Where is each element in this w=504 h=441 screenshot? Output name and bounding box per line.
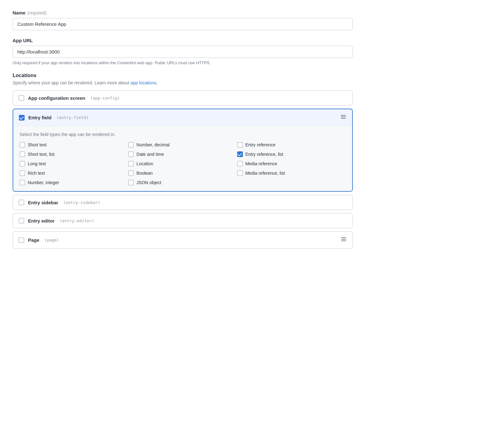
field-type-number-integer[interactable]: Number, integer xyxy=(20,180,128,185)
field-type-number-decimal[interactable]: Number, decimal xyxy=(128,142,237,148)
checkbox-entry-field[interactable] xyxy=(19,115,25,121)
locations-title: Locations xyxy=(13,73,353,78)
checkbox-media-reference-list[interactable] xyxy=(237,170,243,176)
location-item-entry-sidebar: Entry sidebar (entry-sidebar) xyxy=(13,195,353,210)
location-item-app-config: App configuration screen (app-config) xyxy=(13,90,353,105)
name-required: (required) xyxy=(27,10,47,15)
field-types-col2: Number, decimal Date and time Location B… xyxy=(128,142,237,185)
location-item-page: Page (page) xyxy=(13,231,353,249)
location-header-page: Page (page) xyxy=(13,232,352,248)
field-type-media-reference[interactable]: Media reference xyxy=(237,161,346,167)
app-url-label: App URL xyxy=(13,38,353,43)
field-type-long-text[interactable]: Long text xyxy=(20,161,128,167)
location-header-app-config: App configuration screen (app-config) xyxy=(13,91,352,105)
field-type-location[interactable]: Location xyxy=(128,161,237,167)
field-types-description: Select the field types the app can be re… xyxy=(20,132,346,137)
name-label-text: Name xyxy=(13,10,26,15)
checkbox-short-text-list[interactable] xyxy=(20,151,25,157)
field-type-short-text[interactable]: Short text xyxy=(20,142,128,148)
location-item-entry-field: Entry field (entry-field) Select the fie… xyxy=(13,109,353,192)
page-list-icon[interactable] xyxy=(341,236,347,244)
name-input[interactable] xyxy=(13,18,353,30)
field-type-boolean[interactable]: Boolean xyxy=(128,170,237,176)
entry-field-list-icon[interactable] xyxy=(340,114,346,122)
field-types-grid: Short text Short text, list Long text Ri… xyxy=(20,142,346,185)
field-types-col3: Entry reference Entry reference, list Me… xyxy=(237,142,346,185)
field-type-entry-reference[interactable]: Entry reference xyxy=(237,142,346,148)
field-type-json-object[interactable]: JSON object xyxy=(128,180,237,185)
location-item-entry-editor: Entry editor (entry-editor) xyxy=(13,213,353,228)
checkbox-location[interactable] xyxy=(128,161,134,167)
name-field-group: Name (required) xyxy=(13,10,353,30)
checkbox-short-text[interactable] xyxy=(20,142,25,148)
checkbox-long-text[interactable] xyxy=(20,161,25,167)
checkbox-entry-sidebar[interactable] xyxy=(19,200,24,205)
location-header-entry-editor: Entry editor (entry-editor) xyxy=(13,213,352,228)
location-header-entry-field: Entry field (entry-field) xyxy=(13,109,352,126)
checkbox-number-decimal[interactable] xyxy=(128,142,134,148)
checkbox-app-config[interactable] xyxy=(19,95,24,101)
checkbox-json-object[interactable] xyxy=(128,180,134,185)
locations-subtitle: Specify where your app can be rendered. … xyxy=(13,80,353,85)
app-url-input[interactable] xyxy=(13,46,353,58)
app-url-field-group: App URL Only required if your app render… xyxy=(13,38,353,65)
checkbox-date-time[interactable] xyxy=(128,151,134,157)
field-type-entry-reference-list[interactable]: Entry reference, list xyxy=(237,151,346,157)
checkbox-page[interactable] xyxy=(19,237,24,243)
name-label: Name (required) xyxy=(13,10,353,15)
field-type-date-time[interactable]: Date and time xyxy=(128,151,237,157)
app-locations-link[interactable]: app locations xyxy=(130,80,157,85)
checkbox-entry-editor[interactable] xyxy=(19,218,24,223)
checkbox-entry-reference[interactable] xyxy=(237,142,243,148)
field-types-panel: Select the field types the app can be re… xyxy=(13,126,352,191)
checkbox-entry-reference-list[interactable] xyxy=(237,151,243,157)
field-type-short-text-list[interactable]: Short text, list xyxy=(20,151,128,157)
checkbox-media-reference[interactable] xyxy=(237,161,243,167)
field-type-rich-text[interactable]: Rich text xyxy=(20,170,128,176)
location-header-entry-sidebar: Entry sidebar (entry-sidebar) xyxy=(13,195,352,210)
checkbox-boolean[interactable] xyxy=(128,170,134,176)
field-type-media-reference-list[interactable]: Media reference, list xyxy=(237,170,346,176)
locations-section: Locations Specify where your app can be … xyxy=(13,73,353,249)
app-url-help-text: Only required if your app renders into l… xyxy=(13,60,353,65)
checkbox-number-integer[interactable] xyxy=(20,180,25,185)
field-types-col1: Short text Short text, list Long text Ri… xyxy=(20,142,128,185)
app-url-label-text: App URL xyxy=(13,38,33,43)
checkbox-rich-text[interactable] xyxy=(20,170,25,176)
